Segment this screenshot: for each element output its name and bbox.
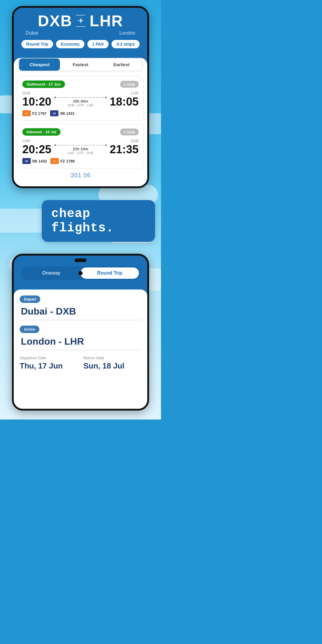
promo-bubble: cheap flights. bbox=[42, 200, 155, 242]
toggle-oneway[interactable]: Oneway bbox=[22, 267, 80, 279]
return-date-value[interactable]: Sun, 18 Jul bbox=[83, 361, 141, 371]
inbound-airline-1: 0B 0B 1432 bbox=[22, 158, 47, 164]
cabin-tag[interactable]: Economy bbox=[56, 40, 84, 48]
inbound-times: 20:25 22h 10m LHR - OTP - DXB 21:35 bbox=[22, 144, 139, 155]
inbound-card[interactable]: Inbound - 18 Jul 1 stop LHR DXB 20:25 bbox=[17, 124, 144, 168]
promo-text: cheap flights. bbox=[51, 207, 114, 235]
tab-fastest[interactable]: Fastest bbox=[60, 58, 101, 71]
tab-cheapest[interactable]: Cheapest bbox=[19, 58, 60, 71]
outbound-route: DXB - OTP - LHR bbox=[54, 103, 107, 107]
dest-code: LHR bbox=[89, 13, 123, 29]
phone2-header: Oneway Round Trip bbox=[14, 256, 147, 285]
phone1-header: DXB ✈ LHR Dubai London Round Trip Econom… bbox=[14, 8, 147, 53]
tab-earliest[interactable]: Earliest bbox=[101, 58, 142, 71]
outbound-label: Outbound - 17 Jun bbox=[22, 80, 65, 88]
outbound-flight-2: 0B 1431 bbox=[60, 111, 75, 116]
city-names: Dubai London bbox=[20, 30, 141, 36]
inbound-flight-2: FZ 1798 bbox=[60, 159, 75, 163]
price-partial: 301 06 bbox=[14, 171, 147, 180]
search-form: Depart Dubai - DXB Arrive London - LHR D… bbox=[14, 290, 147, 409]
departure-col[interactable]: Departure Date Thu, 17 Jun bbox=[20, 356, 78, 371]
outbound-airlines: du FZ 1797 0B 0B 1431 bbox=[22, 110, 139, 116]
ob-logo-2: 0B bbox=[22, 158, 31, 164]
origin-city: Dubai bbox=[26, 30, 38, 36]
outbound-flight-1: FZ 1797 bbox=[32, 111, 47, 116]
sort-tabs: Cheapest Fastest Earliest bbox=[18, 58, 143, 71]
phone1: DXB ✈ LHR Dubai London Round Trip Econom… bbox=[12, 6, 149, 188]
outbound-dest: LHR bbox=[131, 91, 139, 95]
dest-city: London bbox=[120, 30, 135, 36]
inbound-airline-2: du FZ 1798 bbox=[50, 158, 75, 164]
trip-type-tag[interactable]: Round Trip bbox=[21, 40, 53, 48]
depart-label: Depart bbox=[20, 295, 40, 303]
inbound-stops: 1 stop bbox=[120, 129, 139, 135]
depart-value[interactable]: Dubai - DXB bbox=[20, 306, 141, 320]
outbound-header: Outbound - 17 Jun 1 stop bbox=[22, 80, 139, 88]
plane-icon: ✈ bbox=[76, 15, 85, 27]
phone1-body: Cheapest Fastest Earliest Outbound - 17 … bbox=[14, 58, 147, 186]
depart-field[interactable]: Depart Dubai - DXB bbox=[20, 295, 141, 320]
trip-toggle[interactable]: Oneway Round Trip bbox=[21, 266, 140, 280]
promo-section: cheap flights. bbox=[0, 188, 161, 254]
inbound-route: LHR - OTP - DXB bbox=[54, 151, 107, 155]
return-col[interactable]: Return Date Sun, 18 Jul bbox=[83, 356, 141, 371]
outbound-depart: 10:20 bbox=[22, 96, 51, 107]
inbound-flight-1: 0B 1432 bbox=[32, 159, 47, 163]
arrive-field[interactable]: Arrive London - LHR bbox=[20, 326, 141, 350]
outbound-duration: 10h 45m bbox=[54, 99, 107, 103]
inbound-origin: LHR bbox=[22, 139, 30, 143]
notch-pill bbox=[75, 258, 86, 262]
toggle-roundtrip[interactable]: Round Trip bbox=[80, 267, 139, 279]
inbound-duration-info: 22h 10m LHR - OTP - DXB bbox=[51, 144, 110, 155]
date-row: Departure Date Thu, 17 Jun Return Date S… bbox=[20, 356, 141, 371]
stops-tag[interactable]: 0-2 stops bbox=[112, 40, 139, 48]
arrive-value[interactable]: London - LHR bbox=[20, 336, 141, 350]
route-row: DXB ✈ LHR bbox=[20, 13, 141, 29]
outbound-airline-2: 0B 0B 1431 bbox=[50, 110, 75, 116]
inbound-airlines: 0B 0B 1432 du FZ 1798 bbox=[22, 158, 139, 164]
dubai-logo-2: du bbox=[50, 158, 59, 164]
ob-logo-1: 0B bbox=[50, 110, 58, 116]
arrive-label: Arrive bbox=[20, 326, 39, 333]
outbound-stops: 1 stop bbox=[120, 81, 139, 88]
pax-tag[interactable]: 1 PAX bbox=[87, 40, 109, 48]
origin-code: DXB bbox=[38, 13, 72, 29]
departure-date-value[interactable]: Thu, 17 Jun bbox=[20, 361, 78, 371]
phone2: Oneway Round Trip Depart Dubai - DXB Arr… bbox=[12, 254, 149, 411]
inbound-arrive: 21:35 bbox=[110, 144, 139, 155]
outbound-arrive: 18:05 bbox=[110, 96, 139, 107]
dubai-logo-1: du bbox=[22, 110, 31, 116]
inbound-depart: 20:25 bbox=[22, 144, 51, 155]
toggle-dot bbox=[78, 271, 83, 275]
inbound-dest: DXB bbox=[131, 139, 139, 143]
inbound-header: Inbound - 18 Jul 1 stop bbox=[22, 128, 139, 136]
outbound-card[interactable]: Outbound - 17 Jun 1 stop DXB LHR 10:20 bbox=[17, 76, 144, 121]
outbound-origin: DXB bbox=[22, 91, 30, 95]
outbound-duration-info: 10h 45m DXB - OTP - LHR bbox=[51, 97, 110, 107]
outbound-times: 10:20 10h 45m DXB - OTP - LHR 18:05 bbox=[22, 96, 139, 107]
notch bbox=[14, 256, 147, 262]
tags-row: Round Trip Economy 1 PAX 0-2 stops bbox=[20, 40, 141, 53]
inbound-label: Inbound - 18 Jul bbox=[22, 128, 61, 136]
inbound-duration: 22h 10m bbox=[54, 147, 107, 151]
outbound-airline-1: du FZ 1797 bbox=[22, 110, 47, 116]
return-date-label: Return Date bbox=[83, 356, 141, 360]
departure-date-label: Departure Date bbox=[20, 356, 78, 360]
